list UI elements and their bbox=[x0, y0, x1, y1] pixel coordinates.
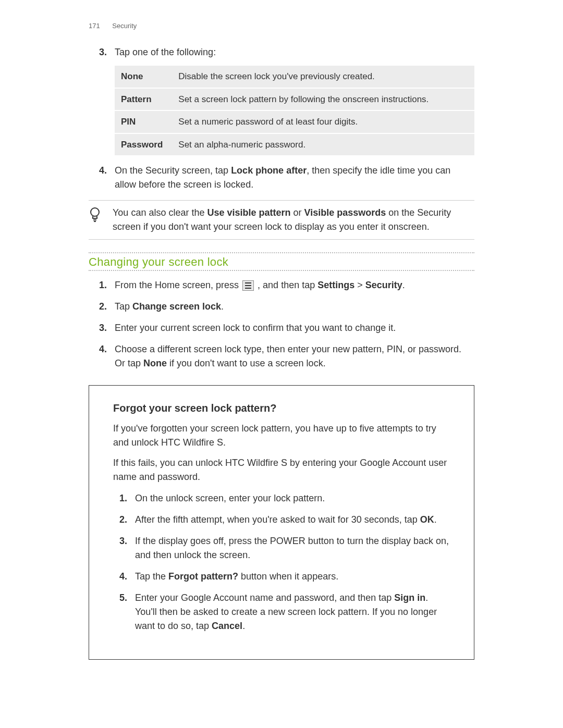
step-number: 4. bbox=[99, 342, 107, 356]
step-number: 4. bbox=[99, 164, 107, 178]
step-text: On the unlock screen, enter your lock pa… bbox=[135, 493, 325, 503]
bold-text: Forgot pattern? bbox=[168, 571, 238, 582]
change-step-1: 1. From the Home screen, press , and the… bbox=[115, 278, 474, 292]
forgot-steps: 1. On the unlock screen, enter your lock… bbox=[113, 491, 450, 633]
steps-continued: 3. Tap one of the following: None Disabl… bbox=[89, 45, 474, 192]
table-row: None Disable the screen lock you've prev… bbox=[115, 66, 474, 88]
text-part: , and then tap bbox=[255, 280, 317, 290]
table-row: Pattern Set a screen lock pattern by fol… bbox=[115, 89, 474, 110]
change-steps: 1. From the Home screen, press , and the… bbox=[89, 278, 474, 371]
text-part: From the Home screen, press bbox=[115, 280, 241, 290]
option-desc: Set an alpha-numeric password. bbox=[172, 134, 474, 156]
step-number: 3. bbox=[119, 534, 127, 548]
option-desc: Set a screen lock pattern by following t… bbox=[172, 89, 474, 110]
section-rule bbox=[89, 270, 474, 271]
box-paragraph: If this fails, you can unlock HTC Wildfi… bbox=[113, 456, 450, 484]
text-part: Enter your Google Account name and passw… bbox=[135, 593, 394, 603]
bold-text: OK bbox=[420, 514, 434, 525]
text-part: . bbox=[242, 621, 245, 631]
step-number: 3. bbox=[99, 321, 107, 335]
option-key: PIN bbox=[115, 111, 172, 133]
step-number: 1. bbox=[99, 278, 107, 292]
text-part: Tap the bbox=[135, 571, 168, 582]
option-key: Password bbox=[115, 134, 172, 156]
forgot-step-5: 5. Enter your Google Account name and pa… bbox=[135, 591, 450, 633]
table-row: Password Set an alpha-numeric password. bbox=[115, 134, 474, 156]
option-desc: Disable the screen lock you've previousl… bbox=[172, 66, 474, 88]
page: 171 Security 3. Tap one of the following… bbox=[0, 0, 563, 728]
section-name: Security bbox=[112, 22, 137, 30]
text-part: button when it appears. bbox=[238, 571, 338, 582]
step-3: 3. Tap one of the following: None Disabl… bbox=[115, 45, 474, 156]
text-part: After the fifth attempt, when you're ask… bbox=[135, 514, 420, 525]
text-part: On the Security screen, tap bbox=[115, 165, 231, 176]
step-number: 2. bbox=[119, 513, 127, 527]
running-header: 171 Security bbox=[89, 22, 474, 30]
bold-text: Sign in bbox=[394, 593, 425, 603]
lightbulb-icon bbox=[89, 206, 113, 225]
text-part: . bbox=[402, 280, 405, 290]
text-part: You can also clear the bbox=[113, 207, 207, 218]
step-4: 4. On the Security screen, tap Lock phon… bbox=[115, 164, 474, 192]
table-row: PIN Set a numeric password of at least f… bbox=[115, 111, 474, 133]
text-part: or bbox=[291, 207, 304, 218]
bold-text: Change screen lock bbox=[132, 301, 221, 312]
menu-icon bbox=[242, 280, 254, 291]
bold-text: Cancel bbox=[212, 621, 242, 631]
text-part: if you don't want to use a screen lock. bbox=[167, 358, 326, 368]
change-step-3: 3. Enter your current screen lock to con… bbox=[115, 321, 474, 335]
bold-text: None bbox=[143, 358, 167, 368]
bold-text: Security bbox=[365, 280, 402, 290]
step-text: Enter your current screen lock to confir… bbox=[115, 323, 396, 333]
option-desc: Set a numeric password of at least four … bbox=[172, 111, 474, 133]
tip-text: You can also clear the Use visible patte… bbox=[113, 206, 474, 234]
text-part: . bbox=[434, 514, 437, 525]
tip-callout: You can also clear the Use visible patte… bbox=[89, 200, 474, 240]
page-number: 171 bbox=[89, 22, 100, 30]
option-key: Pattern bbox=[115, 89, 172, 110]
step-text: If the display goes off, press the POWER… bbox=[135, 536, 449, 560]
bold-text: Visible passwords bbox=[304, 207, 386, 218]
bold-text: Settings bbox=[317, 280, 354, 290]
text-part: . bbox=[221, 301, 224, 312]
box-paragraph: If you've forgotten your screen lock pat… bbox=[113, 422, 450, 450]
step-number: 3. bbox=[99, 45, 107, 59]
step-number: 4. bbox=[119, 570, 127, 584]
text-part: Tap bbox=[115, 301, 132, 312]
step-number: 5. bbox=[119, 591, 127, 605]
bold-text: Use visible pattern bbox=[207, 207, 290, 218]
change-step-4: 4. Choose a different screen lock type, … bbox=[115, 342, 474, 371]
lock-options-table: None Disable the screen lock you've prev… bbox=[115, 65, 474, 156]
step-number: 2. bbox=[99, 300, 107, 314]
step-text: Tap one of the following: bbox=[115, 47, 216, 57]
box-title: Forgot your screen lock pattern? bbox=[113, 402, 450, 414]
forgot-pattern-box: Forgot your screen lock pattern? If you'… bbox=[89, 385, 474, 660]
forgot-step-2: 2. After the fifth attempt, when you're … bbox=[135, 513, 450, 527]
change-step-2: 2. Tap Change screen lock. bbox=[115, 300, 474, 314]
svg-point-0 bbox=[91, 208, 99, 216]
section-title: Changing your screen lock bbox=[89, 255, 474, 269]
forgot-step-4: 4. Tap the Forgot pattern? button when i… bbox=[135, 570, 450, 584]
forgot-step-3: 3. If the display goes off, press the PO… bbox=[135, 534, 450, 562]
text-part: > bbox=[354, 280, 365, 290]
step-number: 1. bbox=[119, 491, 127, 505]
forgot-step-1: 1. On the unlock screen, enter your lock… bbox=[135, 491, 450, 505]
option-key: None bbox=[115, 66, 172, 88]
section-rule bbox=[89, 252, 474, 253]
bold-text: Lock phone after bbox=[231, 165, 307, 176]
